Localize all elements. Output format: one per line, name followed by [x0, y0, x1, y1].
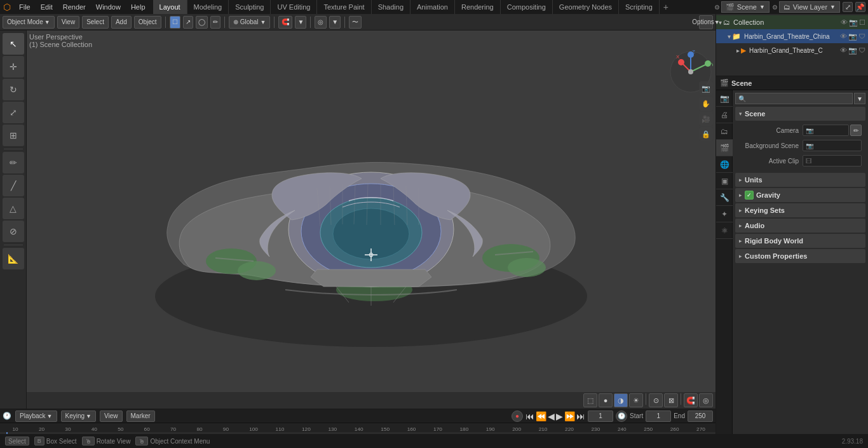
- tab-modeling[interactable]: Modeling: [187, 0, 229, 14]
- proportional-edit-vp[interactable]: ◎: [699, 393, 713, 407]
- jump-end-btn[interactable]: ⏭: [576, 411, 585, 421]
- shading-solid[interactable]: ●: [599, 393, 613, 407]
- tab-animation[interactable]: Animation: [410, 0, 455, 14]
- shading-material-preview[interactable]: ◑: [614, 393, 628, 407]
- tool-scale[interactable]: ⤢: [3, 102, 24, 123]
- tab-scripting[interactable]: Scripting: [619, 0, 660, 14]
- viewport-overlay-toggle[interactable]: ⊙: [649, 393, 663, 407]
- prop-tab-view-layer[interactable]: 🗂: [716, 123, 733, 140]
- audio-section-header[interactable]: ▸ Audio: [735, 219, 865, 233]
- snap-toggle[interactable]: 🧲: [278, 16, 292, 29]
- camera-picker-btn[interactable]: ✏: [850, 125, 862, 136]
- current-frame-input[interactable]: [588, 411, 613, 422]
- tab-texture-paint[interactable]: Texture Paint: [317, 0, 371, 14]
- scene-selector[interactable]: 🎬 Scene ▼: [721, 1, 770, 13]
- prop-tab-modifiers[interactable]: 🔧: [716, 189, 733, 206]
- camera-icon-btn[interactable]: 🎥: [699, 112, 713, 126]
- proportional-edit[interactable]: ◎: [315, 16, 327, 29]
- xray-toggle[interactable]: ⊠: [664, 393, 678, 407]
- prop-tab-render[interactable]: 📷: [716, 90, 733, 107]
- play-btn[interactable]: ▶: [556, 411, 563, 421]
- menu-help[interactable]: Help: [126, 0, 151, 14]
- menu-edit[interactable]: Edit: [36, 0, 58, 14]
- tweak-tool[interactable]: ↗: [183, 16, 193, 29]
- custom-props-header[interactable]: ▸ Custom Properties: [735, 249, 865, 263]
- rigid-body-header[interactable]: ▸ Rigid Body World: [735, 234, 865, 248]
- select-lasso-tool[interactable]: ✏: [210, 16, 220, 29]
- snap-toggle-vp[interactable]: 🧲: [684, 393, 698, 407]
- item-view-icon-2[interactable]: 👁: [840, 46, 847, 55]
- view-lock-btn[interactable]: 🔒: [699, 127, 713, 141]
- item-view-icon-1[interactable]: 👁: [840, 32, 847, 41]
- keying-sets-header[interactable]: ▸ Keying Sets: [735, 203, 865, 217]
- gravity-section-header[interactable]: ▸ ✓ Gravity: [735, 188, 865, 202]
- jump-start-btn[interactable]: ⏮: [526, 411, 534, 421]
- shading-rendered[interactable]: ☀: [629, 393, 643, 407]
- prop-tab-scene[interactable]: 🎬: [716, 140, 733, 156]
- snap-options[interactable]: ▼: [295, 16, 306, 29]
- tool-cursor[interactable]: ↖: [3, 33, 24, 55]
- scene-section-header[interactable]: ▾ Scene: [735, 107, 865, 121]
- prop-tab-physics[interactable]: ⚛: [716, 222, 733, 239]
- collection-view-icon[interactable]: 👁: [841, 18, 848, 27]
- view-menu[interactable]: View: [57, 16, 80, 29]
- background-scene-value[interactable]: 📷: [803, 140, 862, 151]
- select-circle-tool[interactable]: ◯: [196, 16, 208, 29]
- props-search-input[interactable]: [735, 93, 853, 104]
- tool-measure[interactable]: 📐: [3, 248, 24, 269]
- hand-tool-btn[interactable]: ✋: [699, 97, 713, 111]
- prop-tab-world[interactable]: 🌐: [716, 156, 733, 173]
- item-render-icon-2[interactable]: 📷: [848, 46, 857, 55]
- tool-move[interactable]: ✛: [3, 56, 24, 78]
- fullscreen-toggle[interactable]: ⤢: [843, 2, 853, 12]
- tab-sculpting[interactable]: Sculpting: [229, 0, 271, 14]
- active-clip-value[interactable]: 🎞: [803, 155, 862, 166]
- start-frame-input[interactable]: [646, 411, 671, 422]
- tool-annotate-line[interactable]: ╱: [3, 175, 24, 196]
- add-workspace-tab[interactable]: +: [660, 2, 672, 12]
- menu-window[interactable]: Window: [91, 0, 126, 14]
- proportional-options[interactable]: ▼: [329, 16, 341, 29]
- tab-layout[interactable]: Layout: [153, 0, 187, 14]
- tool-annotate[interactable]: ✏: [3, 152, 24, 173]
- tab-uv-editing[interactable]: UV Editing: [271, 0, 317, 14]
- select-menu[interactable]: Select: [82, 16, 109, 29]
- camera-view-btn[interactable]: 📷: [699, 81, 713, 95]
- marker-btn[interactable]: Marker: [126, 411, 155, 422]
- transform-orientations[interactable]: ⊕ Global ▼: [229, 16, 271, 29]
- camera-value[interactable]: 📷: [803, 125, 849, 136]
- item-render-icon-1[interactable]: 📷: [848, 32, 857, 41]
- item-exclude-icon-2[interactable]: 🛡: [858, 46, 865, 55]
- misc-btn1[interactable]: 〜: [349, 16, 362, 29]
- keying-btn[interactable]: Keying ▼: [61, 411, 97, 422]
- units-section-header[interactable]: ▸ Units: [735, 173, 865, 187]
- view-layer-selector[interactable]: 🗂 View Layer ▼: [779, 1, 840, 13]
- tool-rotate[interactable]: ↻: [3, 79, 24, 100]
- view-btn[interactable]: View: [100, 411, 123, 422]
- collection-exclude-icon[interactable]: ☐: [859, 18, 865, 27]
- prop-tab-object[interactable]: ▣: [716, 173, 733, 189]
- tool-annotate-poly[interactable]: △: [3, 198, 24, 219]
- play-reverse-btn[interactable]: ◀: [548, 411, 555, 421]
- tab-shading[interactable]: Shading: [372, 0, 410, 14]
- props-filter-btn[interactable]: ▼: [854, 93, 865, 104]
- tool-annotate-erase[interactable]: ⊘: [3, 221, 24, 242]
- tool-transform[interactable]: ⊞: [3, 125, 24, 146]
- step-forward-btn[interactable]: ⏩: [564, 411, 575, 421]
- add-menu[interactable]: Add: [111, 16, 132, 29]
- mode-selector[interactable]: Object Mode ▼: [3, 16, 55, 29]
- tab-geometry-nodes[interactable]: Geometry Nodes: [553, 0, 619, 14]
- shading-wireframe[interactable]: ⬚: [583, 393, 597, 407]
- pin-icon[interactable]: 📌: [855, 2, 865, 12]
- prop-tab-output[interactable]: 🖨: [716, 107, 733, 123]
- menu-file[interactable]: File: [14, 0, 36, 14]
- prop-tab-particles[interactable]: ✦: [716, 206, 733, 222]
- outliner-scene-collection[interactable]: ▾ 🗂 Collection 👁 📷 ☐: [716, 15, 868, 29]
- playback-btn[interactable]: Playback ▼: [15, 411, 57, 422]
- item-exclude-icon-1[interactable]: 🛡: [858, 32, 865, 41]
- options-menu[interactable]: Options ▼: [699, 15, 713, 29]
- collection-render-icon[interactable]: 📷: [849, 18, 858, 27]
- tab-rendering[interactable]: Rendering: [455, 0, 501, 14]
- object-menu[interactable]: Object: [134, 16, 161, 29]
- record-btn[interactable]: ●: [512, 411, 523, 422]
